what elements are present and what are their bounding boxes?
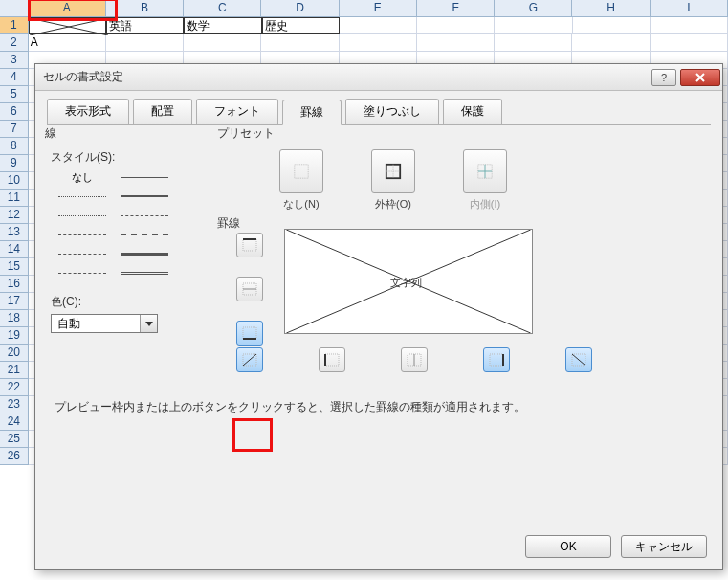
row-header-24[interactable]: 24 bbox=[0, 413, 29, 431]
row-header-13[interactable]: 13 bbox=[0, 224, 29, 241]
row-header-7[interactable]: 7 bbox=[0, 121, 29, 138]
row-header-23[interactable]: 23 bbox=[0, 396, 29, 413]
col-header-C[interactable]: C bbox=[184, 0, 261, 17]
border-hmid-button[interactable] bbox=[236, 277, 263, 301]
row-header-2[interactable]: 2 bbox=[0, 34, 29, 52]
col-header-D[interactable]: D bbox=[261, 0, 339, 17]
cell-B1[interactable]: 英語 bbox=[106, 17, 184, 34]
border-left-button[interactable] bbox=[319, 347, 345, 372]
row-header-8[interactable]: 8 bbox=[0, 138, 29, 155]
tab-font[interactable]: フォント bbox=[196, 99, 278, 124]
cell-highlight-annotation bbox=[28, 0, 118, 21]
row-header-4[interactable]: 4 bbox=[0, 69, 29, 86]
line-style-opt[interactable] bbox=[113, 206, 175, 225]
dialog-title: セルの書式設定 bbox=[43, 69, 651, 85]
cell-D2[interactable] bbox=[261, 34, 339, 52]
svg-rect-9 bbox=[243, 239, 256, 251]
border-group-label: 罫線 bbox=[217, 216, 240, 230]
line-style-opt[interactable] bbox=[113, 187, 175, 206]
border-bottom-icon bbox=[240, 324, 259, 342]
row-header-19[interactable]: 19 bbox=[0, 327, 29, 345]
border-right-icon bbox=[487, 351, 506, 368]
border-diag-down-button[interactable] bbox=[565, 347, 592, 372]
cell-G1[interactable] bbox=[495, 17, 572, 34]
row-header-21[interactable]: 21 bbox=[0, 362, 29, 379]
cell-H1[interactable] bbox=[573, 17, 651, 34]
row-header-12[interactable]: 12 bbox=[0, 207, 29, 224]
cell-E2[interactable] bbox=[340, 34, 417, 52]
preset-outline-button[interactable] bbox=[371, 149, 415, 193]
col-header-G[interactable]: G bbox=[495, 0, 572, 17]
cell-I1[interactable] bbox=[651, 17, 728, 34]
cell-D1[interactable]: 歴史 bbox=[262, 17, 340, 34]
cell-B2[interactable] bbox=[106, 34, 184, 52]
border-bottom-button[interactable] bbox=[236, 321, 263, 346]
row-header-16[interactable]: 16 bbox=[0, 276, 29, 293]
line-style-opt[interactable] bbox=[51, 225, 113, 244]
border-preview[interactable]: 文字列 bbox=[284, 229, 533, 334]
border-vmid-button[interactable] bbox=[401, 347, 428, 372]
tab-alignment[interactable]: 配置 bbox=[133, 99, 192, 124]
preset-inside-icon bbox=[475, 163, 495, 180]
line-style-opt[interactable] bbox=[51, 206, 113, 225]
line-style-opt[interactable] bbox=[113, 167, 175, 187]
border-left-icon bbox=[322, 351, 342, 368]
color-dropdown[interactable]: 自動 bbox=[51, 314, 158, 333]
line-style-none[interactable]: なし bbox=[51, 167, 113, 187]
row-header-3[interactable]: 3 bbox=[0, 52, 29, 69]
hint-text: プレビュー枠内または上のボタンをクリックすると、選択した罫線の種類が適用されます… bbox=[55, 399, 525, 415]
row-header-18[interactable]: 18 bbox=[0, 310, 29, 327]
row-header-6[interactable]: 6 bbox=[0, 103, 29, 121]
select-all-corner[interactable] bbox=[0, 0, 29, 17]
row-header-9[interactable]: 9 bbox=[0, 155, 29, 172]
cell-F2[interactable] bbox=[417, 34, 495, 52]
col-header-I[interactable]: I bbox=[651, 0, 728, 17]
col-header-E[interactable]: E bbox=[340, 0, 417, 17]
tab-fill[interactable]: 塗りつぶし bbox=[345, 99, 439, 124]
preset-inside-button[interactable] bbox=[463, 149, 507, 193]
line-style-opt[interactable] bbox=[51, 263, 113, 282]
cell-H2[interactable] bbox=[572, 34, 650, 52]
dropdown-button[interactable] bbox=[140, 315, 157, 332]
line-style-opt[interactable] bbox=[113, 244, 175, 263]
cell-A2[interactable]: A bbox=[29, 34, 106, 52]
line-style-opt[interactable] bbox=[113, 263, 175, 282]
cell-C2[interactable] bbox=[184, 34, 261, 52]
line-style-opt[interactable] bbox=[51, 244, 113, 263]
row-header-15[interactable]: 15 bbox=[0, 258, 29, 276]
border-group: 罫線 文字列 bbox=[217, 215, 676, 232]
cell-E1[interactable] bbox=[340, 17, 417, 34]
border-diag-up-button[interactable] bbox=[236, 347, 263, 372]
row-header-17[interactable]: 17 bbox=[0, 293, 29, 310]
row-header-1[interactable]: 1 bbox=[0, 17, 29, 34]
help-button[interactable]: ? bbox=[651, 69, 676, 86]
line-style-opt[interactable] bbox=[51, 187, 113, 206]
tab-protection[interactable]: 保護 bbox=[443, 99, 502, 124]
row-header-22[interactable]: 22 bbox=[0, 379, 29, 396]
preset-group: プリセット なし(N) 外枠(O) bbox=[217, 125, 581, 212]
close-button[interactable] bbox=[680, 69, 720, 86]
col-header-F[interactable]: F bbox=[417, 0, 495, 17]
border-right-button[interactable] bbox=[483, 347, 510, 372]
cancel-button[interactable]: キャンセル bbox=[621, 535, 707, 558]
tab-border[interactable]: 罫線 bbox=[282, 100, 342, 125]
row-header-11[interactable]: 11 bbox=[0, 190, 29, 207]
row-header-5[interactable]: 5 bbox=[0, 86, 29, 103]
line-style-opt[interactable] bbox=[113, 225, 175, 244]
tab-number[interactable]: 表示形式 bbox=[47, 99, 129, 124]
preset-none-button[interactable] bbox=[279, 149, 323, 193]
cell-G2[interactable] bbox=[495, 34, 572, 52]
row-header-14[interactable]: 14 bbox=[0, 241, 29, 258]
cell-I2[interactable] bbox=[651, 34, 728, 52]
border-top-button[interactable] bbox=[236, 233, 263, 257]
col-header-B[interactable]: B bbox=[106, 0, 184, 17]
preset-none-icon bbox=[292, 163, 311, 180]
cell-C1[interactable]: 数学 bbox=[184, 17, 261, 34]
cell-F1[interactable] bbox=[417, 17, 495, 34]
row-header-26[interactable]: 26 bbox=[0, 448, 29, 465]
row-header-20[interactable]: 20 bbox=[0, 345, 29, 362]
row-header-25[interactable]: 25 bbox=[0, 431, 29, 448]
ok-button[interactable]: OK bbox=[525, 535, 611, 558]
row-header-10[interactable]: 10 bbox=[0, 172, 29, 190]
col-header-H[interactable]: H bbox=[572, 0, 650, 17]
